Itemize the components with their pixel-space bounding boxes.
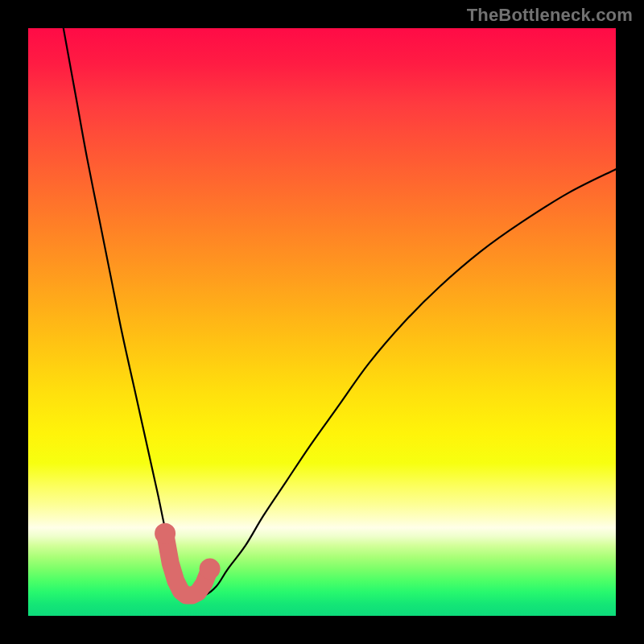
- curve-layer: [28, 28, 616, 616]
- chart-frame: TheBottleneck.com: [0, 0, 644, 644]
- watermark-text: TheBottleneck.com: [467, 5, 633, 26]
- chart-plot-area: [28, 28, 616, 616]
- marker-endpoint: [200, 559, 221, 580]
- marker-endpoint: [155, 523, 175, 544]
- bottleneck-curve: [64, 28, 616, 597]
